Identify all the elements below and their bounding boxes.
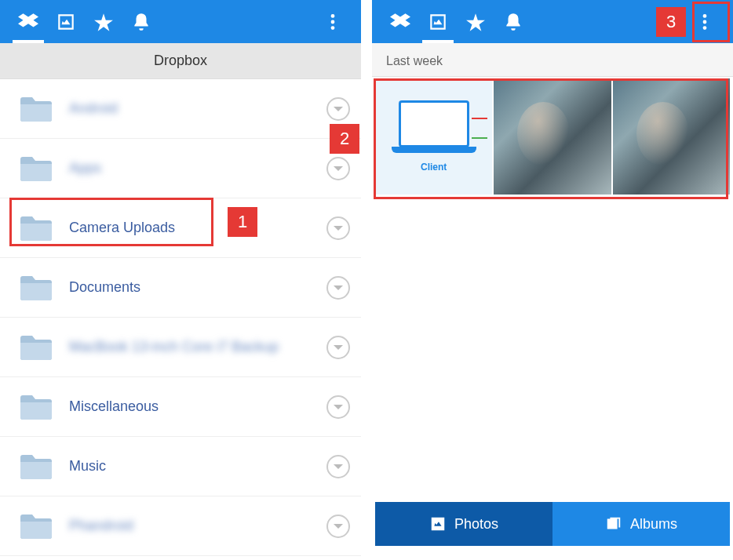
top-nav: [0, 0, 361, 43]
folder-row[interactable]: Documents: [0, 258, 361, 318]
right-screenshot: Last week Client 3 Photos Albums: [372, 0, 733, 560]
folder-icon: [19, 274, 53, 302]
folder-icon: [19, 155, 53, 183]
folder-name: Documents: [69, 279, 326, 296]
photo-icon[interactable]: [419, 0, 457, 43]
svg-point-0: [331, 14, 335, 18]
folder-icon: [19, 95, 53, 123]
folder-row[interactable]: Camera Uploads: [0, 198, 361, 258]
svg-point-3: [703, 14, 707, 18]
tab-photos[interactable]: Photos: [375, 502, 552, 546]
chevron-down-icon[interactable]: [326, 395, 350, 419]
folder-icon: [19, 453, 53, 481]
folder-name: Android: [69, 100, 326, 117]
folder-row[interactable]: Music: [0, 437, 361, 496]
svg-point-5: [703, 26, 707, 30]
folder-row[interactable]: Miscellaneous: [0, 377, 361, 437]
svg-point-4: [703, 20, 707, 24]
chevron-down-icon[interactable]: [326, 515, 350, 538]
album-icon: [605, 515, 622, 533]
svg-point-2: [331, 26, 335, 30]
client-label: Client: [421, 162, 447, 173]
chevron-down-icon[interactable]: [326, 336, 350, 359]
chevron-down-icon[interactable]: [326, 157, 350, 180]
photo-grid: Client: [375, 78, 730, 195]
page-title: Dropbox: [0, 43, 361, 79]
bell-icon[interactable]: [122, 0, 160, 43]
photo-thumbnail-graffiti-2[interactable]: [613, 78, 730, 195]
folder-icon: [19, 393, 53, 421]
more-icon[interactable]: [686, 0, 724, 43]
file-list: Android Apps Camera Uploads Documents Ma…: [0, 79, 361, 556]
chevron-down-icon[interactable]: [326, 455, 350, 478]
folder-row[interactable]: MacBook 13-inch Core i7 Backup: [0, 318, 361, 377]
folder-icon: [19, 214, 53, 242]
tab-label: Albums: [630, 516, 677, 533]
folder-name: Camera Uploads: [69, 220, 326, 236]
folder-name: Phandroid: [69, 518, 326, 534]
bottom-tabs: Photos Albums: [375, 502, 730, 546]
folder-row[interactable]: Phandroid: [0, 496, 361, 556]
folder-name: MacBook 13-inch Core i7 Backup: [69, 339, 326, 355]
dropbox-icon[interactable]: [9, 0, 47, 43]
folder-name: Apps: [69, 160, 326, 176]
folder-row[interactable]: Apps: [0, 139, 361, 198]
star-icon[interactable]: [457, 0, 494, 43]
folder-row[interactable]: Android: [0, 79, 361, 139]
tab-albums[interactable]: Albums: [552, 502, 730, 546]
chevron-down-icon[interactable]: [326, 97, 350, 121]
bell-icon[interactable]: [494, 0, 532, 43]
folder-icon: [19, 333, 53, 362]
photo-icon[interactable]: [47, 0, 85, 43]
folder-name: Music: [69, 458, 326, 475]
callout-3: 3: [656, 7, 686, 37]
folder-icon: [19, 512, 53, 540]
left-screenshot: Dropbox Android Apps Camera Uploads Docu…: [0, 0, 361, 560]
tab-label: Photos: [454, 516, 498, 533]
photo-thumbnail-client[interactable]: Client: [375, 78, 492, 195]
callout-2: 2: [330, 124, 359, 154]
more-icon[interactable]: [314, 0, 352, 43]
callout-1: 1: [228, 207, 257, 237]
chevron-down-icon[interactable]: [326, 276, 350, 300]
folder-name: Miscellaneous: [69, 398, 326, 415]
photo-thumbnail-graffiti-1[interactable]: [494, 78, 611, 195]
chevron-down-icon[interactable]: [326, 216, 350, 240]
dropbox-icon[interactable]: [381, 0, 419, 43]
photo-icon: [429, 515, 447, 533]
star-icon[interactable]: [85, 0, 122, 43]
svg-point-1: [331, 20, 335, 24]
section-header: Last week: [372, 43, 733, 77]
